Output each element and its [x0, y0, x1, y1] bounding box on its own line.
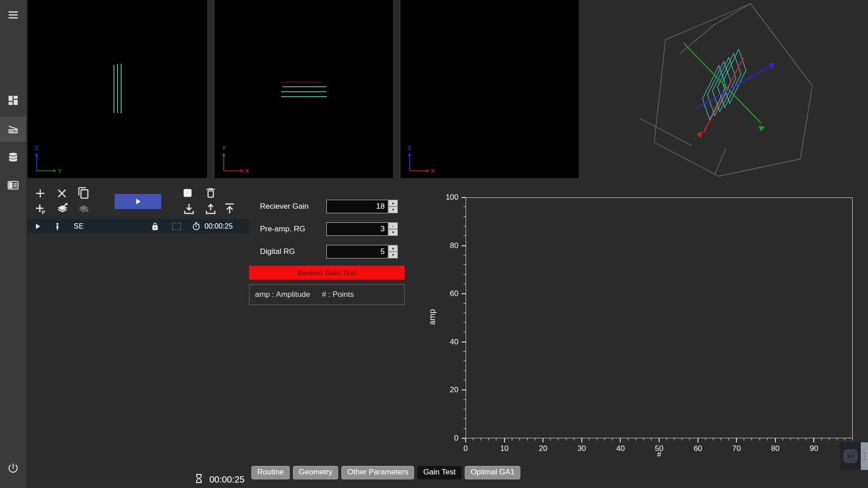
lock-icon — [151, 222, 160, 231]
layers-export-icon[interactable] — [56, 203, 69, 216]
corner-widget-body[interactable] — [840, 442, 861, 470]
x-tick-label: 50 — [650, 444, 668, 453]
legend-box: amp : Amplitude # : Points — [249, 284, 405, 305]
x-tick-label: 80 — [766, 444, 784, 453]
profile-line — [117, 64, 118, 113]
horizontal-axis-label: X — [245, 168, 249, 174]
corner-widget[interactable] — [840, 442, 868, 470]
plot-area[interactable] — [466, 197, 853, 438]
y-tick-label: 100 — [438, 193, 458, 202]
legend-amp: amp : Amplitude — [255, 290, 310, 299]
horizontal-axis-label: X — [431, 168, 435, 174]
scanner-icon[interactable] — [7, 123, 19, 136]
vertical-axis-label: Y — [222, 145, 226, 151]
upload-icon[interactable] — [204, 203, 217, 216]
add-point-icon[interactable]: P — [34, 203, 47, 216]
dashboard-icon[interactable] — [7, 94, 19, 107]
profile-line — [121, 64, 122, 113]
reader-icon[interactable] — [7, 179, 19, 192]
field-label: Digital RG — [260, 247, 326, 256]
spinner-up-button[interactable]: ▲ — [388, 222, 398, 229]
download-icon[interactable] — [183, 203, 195, 216]
viewport-yx[interactable]: Y X — [215, 0, 393, 178]
y-axis-label: amp — [428, 301, 437, 333]
profile-line — [113, 65, 114, 113]
profile-line — [281, 96, 327, 97]
number-input[interactable]: 18 — [326, 200, 388, 213]
y-tick-label: 0 — [438, 434, 458, 443]
copy-icon[interactable] — [77, 187, 90, 199]
viewport-zy[interactable]: Z Y — [28, 0, 207, 178]
x-tick-label: 20 — [534, 444, 552, 453]
spinner-up-button[interactable]: ▲ — [388, 245, 398, 252]
spinner-down-button[interactable]: ▼ — [388, 206, 398, 213]
sequence-play-icon[interactable] — [33, 222, 42, 231]
vertical-axis-label: Z — [408, 145, 411, 151]
run-sequence-button[interactable] — [114, 194, 161, 209]
y-tick-label: 40 — [438, 338, 458, 347]
x-tick-label: 10 — [495, 444, 514, 453]
person-icon — [53, 222, 62, 231]
stopwatch-icon — [192, 222, 201, 231]
tab-routine[interactable]: Routine — [251, 466, 290, 479]
add-icon[interactable] — [34, 187, 47, 200]
orientation-cube[interactable] — [579, 0, 868, 181]
sidebar — [0, 0, 26, 488]
close-icon[interactable] — [56, 187, 68, 200]
tab-gain-test[interactable]: Gain Test — [417, 466, 462, 479]
database-icon[interactable] — [7, 151, 19, 164]
y-tick-label: 60 — [438, 289, 458, 298]
svg-text:P: P — [42, 210, 45, 215]
profile-line-red — [281, 82, 321, 83]
hourglass-icon — [193, 473, 204, 484]
viewport-zx[interactable]: Z X — [401, 0, 579, 178]
axis-indicator: Z X — [403, 144, 436, 176]
delete-icon[interactable] — [204, 187, 217, 199]
vertical-axis-label: Z — [35, 145, 38, 151]
legend-points: # : Points — [322, 290, 354, 299]
play-icon — [134, 197, 142, 206]
layers-edit-icon-disabled — [77, 203, 90, 216]
profile-line — [281, 91, 326, 92]
application-window: Z Y Y X Z X — [0, 0, 868, 488]
spinner-down-button[interactable]: ▼ — [388, 252, 398, 258]
y-tick-label: 80 — [438, 241, 458, 250]
y-tick-label: 20 — [438, 385, 458, 394]
elapsed-time: 00:00:25 — [209, 474, 245, 485]
number-input[interactable]: 3 — [326, 222, 388, 236]
receiver-gain-test-button[interactable]: Reciver Gain Test — [249, 266, 405, 280]
axis-indicator: Y X — [217, 144, 250, 176]
upload-top-icon[interactable] — [223, 202, 236, 215]
x-tick-label: 40 — [611, 444, 629, 453]
field-label: Reciever Gain — [260, 202, 326, 211]
profile-line — [283, 86, 326, 87]
power-icon[interactable] — [7, 462, 19, 474]
number-input[interactable]: 5 — [326, 245, 388, 258]
sequence-row[interactable]: SE 00:00:25 — [28, 219, 249, 233]
tab-other-parameters[interactable]: Other Parameters — [341, 466, 414, 479]
stop-icon[interactable] — [181, 187, 194, 199]
corner-widget-handle[interactable] — [861, 442, 868, 470]
menu-icon[interactable] — [7, 9, 19, 21]
tab-optimal-ga1[interactable]: Optimal GA1 — [465, 466, 520, 479]
x-tick-label: 0 — [457, 444, 475, 453]
sequence-duration: 00:00:25 — [204, 222, 232, 230]
x-tick-label: 90 — [805, 444, 823, 453]
axis-indicator: Z Y — [30, 144, 63, 176]
spinner-down-button[interactable]: ▼ — [388, 229, 398, 236]
field-label: Pre-amp. RG — [260, 225, 326, 234]
x-tick-label: 70 — [727, 444, 745, 453]
tab-geometry[interactable]: Geometry — [293, 466, 339, 479]
x-tick-label: 30 — [573, 444, 591, 453]
3d-axes — [684, 43, 775, 138]
parameter-tabs: RoutineGeometryOther ParametersGain Test… — [251, 466, 520, 479]
x-tick-label: 60 — [689, 444, 707, 453]
flip-icon[interactable] — [844, 449, 858, 463]
horizontal-axis-label: Y — [58, 168, 62, 174]
spinner-up-button[interactable]: ▲ — [388, 200, 398, 206]
selection-box-icon[interactable] — [172, 223, 181, 230]
sequence-name: SE — [74, 222, 84, 230]
